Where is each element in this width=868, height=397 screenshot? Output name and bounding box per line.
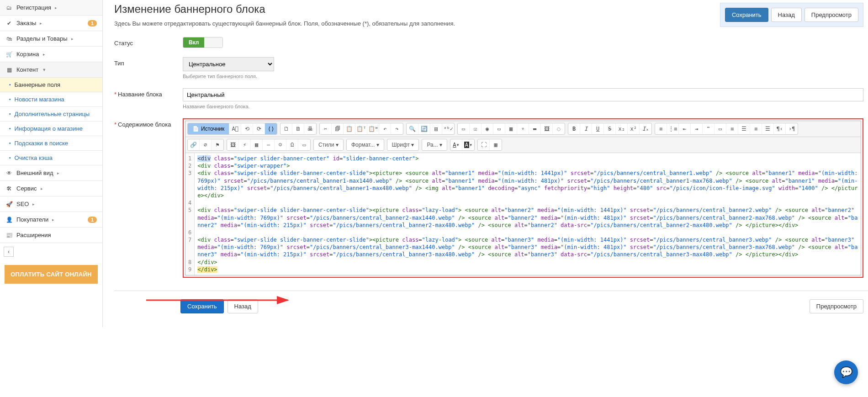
align-center-icon[interactable]: ☰ — [738, 123, 750, 134]
undo-icon[interactable]: ↶ — [379, 123, 391, 134]
source-code-area[interactable]: 123456789 <div class="swiper slider-bann… — [185, 153, 861, 275]
flash-icon[interactable]: ⚡ — [239, 139, 251, 150]
back-button-top[interactable]: Назад — [771, 8, 802, 22]
radio-icon[interactable]: ◉ — [482, 123, 493, 134]
status-toggle[interactable]: Вкл — [183, 37, 223, 48]
nav-glyph-icon: 👁 — [5, 170, 13, 176]
align-justify-icon[interactable]: ☰ — [762, 123, 774, 134]
underline-icon[interactable]: U — [592, 123, 604, 134]
size-dropdown[interactable]: Ра... ▾ — [422, 139, 447, 150]
replace-icon[interactable]: 🔄 — [418, 123, 430, 134]
code-view-icon[interactable]: ⟨⟩ — [265, 123, 277, 134]
preview-icon[interactable]: 🗎 — [292, 123, 304, 134]
strike-icon[interactable]: S — [604, 123, 616, 134]
bullet-list-icon[interactable]: ⋮≡ — [667, 123, 679, 134]
paste-word-icon[interactable]: 📋ʷ — [367, 123, 379, 134]
outdent-icon[interactable]: ⇤ — [679, 123, 691, 134]
nav-glyph-icon: 🗂 — [5, 5, 13, 11]
sidebar-sub-item-2[interactable]: Дополнительные страницы — [0, 107, 102, 122]
bg-color-icon[interactable]: A▾ — [462, 139, 474, 150]
iframe-icon[interactable]: ▭ — [298, 139, 310, 150]
sidebar-sub-item-4[interactable]: Подсказки в поиске — [0, 136, 102, 151]
unlink-icon[interactable]: ⌀ — [200, 139, 212, 150]
sidebar-sub-item-5[interactable]: Очистка кэша — [0, 151, 102, 165]
nav-item-2[interactable]: 🛍 Разделы и Товары ▸ — [0, 31, 102, 47]
align-right-icon[interactable]: ≡ — [750, 123, 762, 134]
checkbox-icon[interactable]: ☑ — [470, 123, 482, 134]
paste-text-icon[interactable]: 📋ᵀ — [355, 123, 367, 134]
sub-item-label: Баннерные поля — [15, 81, 61, 88]
nav-item-0[interactable]: 🗂 Регистрация ▸ — [0, 0, 102, 16]
redo-icon[interactable]: ↷ — [391, 123, 403, 134]
select-all-icon[interactable]: ▤ — [430, 123, 442, 134]
font-dropdown[interactable]: Шрифт ▾ — [387, 139, 419, 150]
paste-icon[interactable]: 📋 — [344, 123, 355, 134]
select-field-icon[interactable]: ▿ — [517, 123, 529, 134]
image-icon[interactable]: 🖼 — [227, 139, 239, 150]
italic-icon[interactable]: I — [580, 123, 592, 134]
undo-format-icon[interactable]: ⟲ — [241, 123, 253, 134]
nav-label: Разделы и Товары — [16, 35, 68, 42]
form-icon[interactable]: ▭ — [458, 123, 470, 134]
clear-format-icon[interactable]: Aͯ — [229, 123, 241, 134]
image-button-icon[interactable]: 🖼 — [541, 123, 553, 134]
table-icon[interactable]: ▦ — [251, 139, 263, 150]
nav-item-3[interactable]: 🛒 Корзина ▸ — [0, 47, 102, 62]
name-input[interactable] — [183, 88, 863, 101]
text-color-icon[interactable]: A▾ — [450, 139, 462, 150]
print-icon[interactable]: 🖶 — [304, 123, 316, 134]
nav-item-7[interactable]: 🚀 SEO ▸ — [0, 196, 102, 212]
indent-icon[interactable]: ⇥ — [691, 123, 703, 134]
show-blocks-icon[interactable]: ▦ — [490, 139, 502, 150]
pay-online-button[interactable]: ОПЛАТИТЬ САЙТ ОНЛАЙН — [5, 265, 98, 284]
nav-label: Расширения — [16, 232, 51, 238]
cut-icon[interactable]: ✂ — [320, 123, 332, 134]
preview-button-bottom[interactable]: Предпросмотр — [810, 299, 863, 313]
caret-right-icon: ▸ — [52, 217, 54, 222]
div-icon[interactable]: ▭ — [715, 123, 726, 134]
nav-item-8[interactable]: 👤 Покупатели ▸ 1 — [0, 212, 102, 228]
new-doc-icon[interactable]: 🗋 — [281, 123, 292, 134]
redo-format-icon[interactable]: ⟳ — [253, 123, 265, 134]
superscript-icon[interactable]: x² — [628, 123, 640, 134]
save-button-top[interactable]: Сохранить — [725, 8, 768, 22]
spellcheck-icon[interactable]: ᵃᵇ✓ — [442, 123, 454, 134]
nav-item-6[interactable]: 🛠 Сервис ▸ — [0, 181, 102, 196]
format-dropdown[interactable]: Формат... ▾ — [347, 139, 384, 150]
save-button-bottom[interactable]: Сохранить — [180, 299, 224, 313]
remove-format-icon[interactable]: Iₓ — [640, 123, 651, 134]
smiley-icon[interactable]: ☺ — [275, 139, 286, 150]
rtl-icon[interactable]: ›¶ — [786, 123, 798, 134]
nav-glyph-icon: 🛠 — [5, 185, 13, 192]
sidebar-sub-item-1[interactable]: Новости магазина — [0, 92, 102, 107]
anchor-icon[interactable]: ⚑ — [212, 139, 223, 150]
nav-item-9[interactable]: 📰 Расширения — [0, 228, 102, 243]
maximize-icon[interactable]: ⛶ — [478, 139, 490, 150]
align-left-icon[interactable]: ≡ — [726, 123, 738, 134]
numbered-list-icon[interactable]: ≡ — [655, 123, 667, 134]
hr-icon[interactable]: — — [263, 139, 275, 150]
nav-item-4[interactable]: ▦ Контент ▼ — [0, 62, 102, 78]
back-button-bottom[interactable]: Назад — [228, 299, 258, 313]
special-char-icon[interactable]: Ω — [286, 139, 298, 150]
nav-item-5[interactable]: 👁 Внешний вид ▸ — [0, 165, 102, 181]
styles-dropdown[interactable]: Стили ▾ — [314, 139, 343, 150]
sidebar-sub-item-3[interactable]: Информация о магазине — [0, 122, 102, 136]
nav-item-1[interactable]: ✔ Заказы ▸ 1 — [0, 16, 102, 31]
source-button[interactable]: 📄Источник — [188, 123, 229, 134]
textarea-icon[interactable]: ▦ — [505, 123, 517, 134]
find-icon[interactable]: 🔍 — [407, 123, 418, 134]
type-select[interactable]: Центральное — [183, 57, 274, 71]
ltr-icon[interactable]: ¶‹ — [774, 123, 786, 134]
preview-button-top[interactable]: Предпросмотр — [804, 8, 858, 22]
sidebar-sub-item-0[interactable]: Баннерные поля — [0, 78, 102, 92]
collapse-sidebar-button[interactable]: ‹ — [4, 247, 14, 257]
link-icon[interactable]: 🔗 — [188, 139, 200, 150]
button-icon[interactable]: ▬ — [529, 123, 541, 134]
copy-icon[interactable]: 🗐 — [332, 123, 344, 134]
bold-icon[interactable]: B — [568, 123, 580, 134]
hidden-field-icon[interactable]: ◌ — [553, 123, 565, 134]
subscript-icon[interactable]: x₂ — [616, 123, 628, 134]
blockquote-icon[interactable]: ❝ — [703, 123, 715, 134]
text-field-icon[interactable]: ▭ — [493, 123, 505, 134]
